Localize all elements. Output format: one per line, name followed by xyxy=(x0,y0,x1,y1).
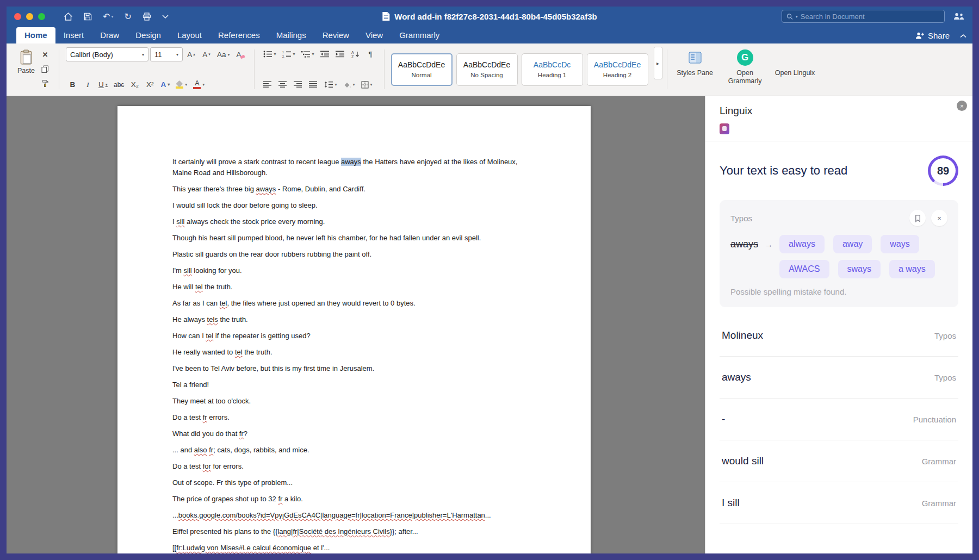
tab-mailings[interactable]: Mailings xyxy=(268,27,314,43)
text-run[interactable]: ... xyxy=(485,511,491,519)
shading-button[interactable]: ▾ xyxy=(341,78,357,91)
text-run[interactable]: , the files where just opened an they wo… xyxy=(227,299,415,307)
text-run[interactable]: As far as I can xyxy=(172,299,220,307)
zoom-window-button[interactable] xyxy=(38,13,45,20)
line-spacing-button[interactable]: ▾ xyxy=(322,78,339,91)
misspelled-word[interactable]: tel xyxy=(206,332,213,340)
styles-pane-button[interactable]: Styles Pane xyxy=(672,47,718,92)
text-run[interactable]: et l'... xyxy=(311,544,330,552)
subscript-button[interactable]: X₂ xyxy=(128,78,141,91)
minimize-window-button[interactable] xyxy=(26,13,33,20)
issue-row[interactable]: aways Typos xyxy=(720,357,958,399)
text-run[interactable]: for errors. xyxy=(211,462,244,470)
text-run[interactable]: What did you do that xyxy=(172,430,239,438)
paste-button[interactable]: Paste xyxy=(17,48,35,74)
suggestion-pill[interactable]: a ways xyxy=(889,260,935,278)
text-run[interactable]: looking for you. xyxy=(192,266,242,275)
suggestion-pill[interactable]: sways xyxy=(838,260,881,278)
document-paragraph[interactable]: They meet at too o'clock. xyxy=(172,396,536,407)
text-run[interactable]: They meet at too o'clock. xyxy=(172,397,251,405)
text-run[interactable]: Do a test xyxy=(172,413,203,421)
text-run[interactable]: if the repeater is getting used? xyxy=(213,332,311,340)
more-styles-button[interactable]: ▸ xyxy=(654,47,662,79)
text-run[interactable]: the truth. xyxy=(243,348,272,356)
borders-button[interactable]: ▾ xyxy=(359,78,375,91)
open-grammarly-button[interactable]: G Open Grammarly xyxy=(722,47,769,92)
linguix-close-button[interactable]: × xyxy=(957,101,967,111)
undo-button[interactable]: ↶▾ xyxy=(103,11,113,22)
collapse-ribbon-button[interactable] xyxy=(959,34,967,38)
tab-draw[interactable]: Draw xyxy=(92,27,127,43)
document-paragraph[interactable]: He always tels the truth. xyxy=(172,314,536,325)
tab-view[interactable]: View xyxy=(357,27,391,43)
suggestion-pill[interactable]: always xyxy=(779,235,825,253)
document-page[interactable]: It certainly will prove a stark contrast… xyxy=(117,106,591,553)
toolbar-options-button[interactable] xyxy=(162,15,169,18)
search-input[interactable] xyxy=(801,13,940,21)
tab-layout[interactable]: Layout xyxy=(169,27,210,43)
redo-button[interactable]: ↻ xyxy=(124,11,131,22)
text-run[interactable]: a kilo. xyxy=(282,495,303,503)
document-paragraph[interactable]: ...books.google.com/books?id=VpyjGdEsCA4… xyxy=(172,510,536,521)
sort-button[interactable]: AZ xyxy=(349,47,362,61)
text-run[interactable]: The price of grapes shot up to 32 xyxy=(172,495,278,503)
bullets-button[interactable]: ▾ xyxy=(261,47,278,61)
misspelled-word[interactable]: aways xyxy=(256,185,276,193)
issue-row[interactable]: would sill Grammar xyxy=(720,440,958,482)
font-size-combo[interactable]: 11 ▾ xyxy=(150,47,183,61)
tab-design[interactable]: Design xyxy=(127,27,169,43)
document-paragraph[interactable]: As far as I can tel, the files where jus… xyxy=(172,298,536,309)
change-case-button[interactable]: Aa▾ xyxy=(215,48,232,61)
document-paragraph[interactable]: I would sill lock the door before going … xyxy=(172,200,536,211)
misspelled-word[interactable]: for xyxy=(203,462,211,470)
close-window-button[interactable] xyxy=(14,13,21,20)
text-run[interactable]: Eiffel presented his plans to the {{ xyxy=(172,527,277,536)
style-card[interactable]: AaBbCcDdEe No Spacing xyxy=(456,53,518,86)
save-button[interactable] xyxy=(84,13,92,21)
share-button[interactable]: Share xyxy=(915,31,950,40)
misspelled-word[interactable]: fr:Ludwig von Mises#Le calcul économique xyxy=(176,544,311,552)
misspelled-word[interactable]: tel xyxy=(195,283,203,291)
text-run[interactable]: the truth. xyxy=(218,315,248,323)
open-linguix-button[interactable]: Open Linguix xyxy=(772,47,819,92)
text-run[interactable]: Out of scope. Fr this type of problem... xyxy=(172,478,293,487)
strikethrough-button[interactable]: abc xyxy=(111,78,126,91)
text-run[interactable]: I've been to Tel Aviv before, but this i… xyxy=(172,364,374,372)
misspelled-word[interactable]: sill xyxy=(176,217,184,226)
text-run[interactable]: ... xyxy=(172,511,178,519)
shrink-font-button[interactable]: A▾ xyxy=(200,48,213,61)
suggestion-pill[interactable]: away xyxy=(833,235,872,253)
misspelled-word[interactable]: tel xyxy=(220,299,227,307)
collaborators-button[interactable] xyxy=(953,13,965,20)
highlight-color-button[interactable]: ▾ xyxy=(174,78,189,91)
suggestion-pill[interactable]: ways xyxy=(881,235,919,253)
clear-formatting-button[interactable]: A xyxy=(234,48,247,61)
tab-references[interactable]: References xyxy=(210,27,268,43)
text-run[interactable]: always check the stock price every morni… xyxy=(184,217,325,226)
text-run[interactable]: the truth. xyxy=(203,283,233,291)
text-run[interactable]: How can I xyxy=(172,332,206,340)
home-button[interactable] xyxy=(64,13,73,21)
numbering-button[interactable]: 1.2. ▾ xyxy=(280,47,298,61)
document-paragraph[interactable]: He really wanted to tel the truth. xyxy=(172,347,536,358)
style-card[interactable]: AaBbCcDc Heading 1 xyxy=(522,53,583,86)
selected-word[interactable]: aways xyxy=(341,158,361,166)
italic-button[interactable]: I xyxy=(81,78,95,91)
misspelled-word[interactable]: fr xyxy=(239,430,244,438)
suggestion-pill[interactable]: AWACS xyxy=(779,260,829,278)
document-paragraph[interactable]: This year there's three big aways - Rome… xyxy=(172,184,536,195)
document-paragraph[interactable]: Do a test fr errors. xyxy=(172,412,536,423)
text-run[interactable]: - Rome, Dublin, and Cardiff. xyxy=(276,185,365,193)
document-paragraph[interactable]: Though his heart sill pumped blood, he n… xyxy=(172,233,536,244)
decrease-indent-button[interactable] xyxy=(318,47,332,61)
tab-home[interactable]: Home xyxy=(16,27,55,43)
document-paragraph[interactable]: I sill always check the stock price ever… xyxy=(172,216,536,227)
text-run[interactable]: ... and xyxy=(172,446,194,454)
grow-font-button[interactable]: A▴ xyxy=(184,48,198,61)
text-run[interactable]: Do a test xyxy=(172,462,203,470)
text-run[interactable]: errors. xyxy=(207,413,230,421)
bold-button[interactable]: B xyxy=(66,78,79,91)
text-run[interactable]: He really wanted to xyxy=(172,348,235,356)
print-button[interactable] xyxy=(142,13,151,21)
misspelled-word[interactable]: fr xyxy=(203,413,207,421)
